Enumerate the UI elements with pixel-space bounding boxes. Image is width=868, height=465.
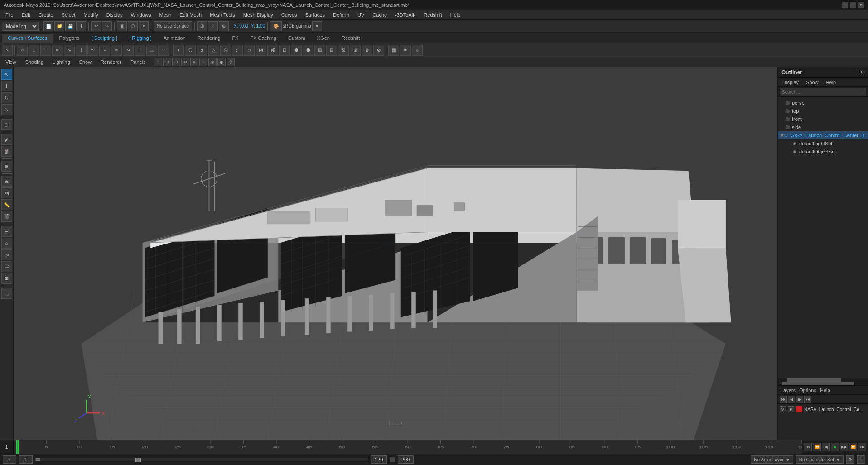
menu-windows[interactable]: Windows xyxy=(127,11,155,19)
play-forward2-btn[interactable]: ▶▶ xyxy=(840,443,848,451)
layer-color-swatch[interactable] xyxy=(796,406,802,412)
outliner-search-input[interactable] xyxy=(780,88,866,96)
cluster-btn[interactable]: ❋ xyxy=(1,273,12,284)
import-button[interactable]: ⬇ xyxy=(76,21,86,31)
play-back-btn[interactable]: ◀ xyxy=(822,443,830,451)
tab-sculpting[interactable]: [ Sculpting ] xyxy=(86,34,123,43)
menu-3dtoall[interactable]: -3DToAll- xyxy=(391,11,419,19)
go-start-btn[interactable]: ⏮ xyxy=(804,443,812,451)
menu-edit-mesh[interactable]: Edit Mesh xyxy=(176,11,205,19)
view-home-btn[interactable]: ⌂ xyxy=(154,58,162,66)
expand-icon[interactable]: ▼ xyxy=(780,133,784,138)
surface-8[interactable]: ⊟ xyxy=(326,45,337,56)
menu-curves[interactable]: Curves xyxy=(278,11,301,19)
color-space-selector[interactable]: 🎨 xyxy=(270,21,282,31)
play-forward-btn[interactable]: ▶ xyxy=(831,443,839,451)
menu-mesh-tools[interactable]: Mesh Tools xyxy=(206,11,238,19)
tab-custom[interactable]: Custom xyxy=(282,34,311,43)
view-light-btn[interactable]: ☼ xyxy=(199,58,207,66)
bars-tool[interactable]: ▦ xyxy=(388,45,399,56)
tab-fx[interactable]: FX xyxy=(226,34,244,43)
outliner-tab-display[interactable]: Display xyxy=(780,79,801,86)
outliner-tab-help[interactable]: Help xyxy=(823,79,839,86)
layer-playback-p[interactable]: P xyxy=(788,406,794,412)
layer-visibility-v[interactable]: V xyxy=(780,406,786,412)
menu-edit[interactable]: Edit xyxy=(18,11,34,19)
lasso-button[interactable]: ⬡ xyxy=(128,21,138,31)
tab-rendering[interactable]: Rendering xyxy=(192,34,227,43)
minimize-button[interactable]: ─ xyxy=(842,2,848,8)
curve-tool-4[interactable]: ⌁ xyxy=(99,45,110,56)
undo-button[interactable]: ↩ xyxy=(91,21,101,31)
tab-curves-surfaces[interactable]: Curves / Surfaces xyxy=(2,34,53,43)
grid-toggle-btn[interactable]: ⊟ xyxy=(1,226,12,237)
cylinder-tool[interactable]: ⌀ xyxy=(197,45,207,56)
select-tool-left[interactable]: ↖ xyxy=(1,69,12,80)
layers-tab-options[interactable]: Options xyxy=(799,388,816,393)
surface-12[interactable]: ⊘ xyxy=(373,45,384,56)
pivot-btn[interactable]: ◎ xyxy=(1,249,12,260)
go-end-btn[interactable]: ⏭ xyxy=(858,443,866,451)
curve-tool-7[interactable]: ⌐ xyxy=(135,45,145,56)
circle-tool[interactable]: ○ xyxy=(17,45,28,56)
snap-toggle-btn[interactable]: ⊞ xyxy=(1,176,12,187)
tab-xgen[interactable]: XGen xyxy=(311,34,336,43)
view-menu-lighting[interactable]: Lighting xyxy=(50,58,73,66)
select-tool[interactable]: ↖ xyxy=(2,45,13,56)
show-manip-btn[interactable]: ⊕ xyxy=(1,161,12,172)
snap-curve-button[interactable]: ⌇ xyxy=(208,21,218,31)
view-wire-btn[interactable]: ⊟ xyxy=(172,58,180,66)
frame-range-slider[interactable] xyxy=(35,458,368,461)
timeline-playhead[interactable] xyxy=(18,440,19,454)
range-slider-thumb[interactable] xyxy=(36,458,40,461)
range-start-input[interactable] xyxy=(19,455,33,464)
curve-tool-1[interactable]: ∿ xyxy=(64,45,75,56)
ik-handle-btn[interactable]: ⋈ xyxy=(1,187,12,198)
layer-nav-start[interactable]: ⏮ xyxy=(780,396,787,403)
range-current-thumb[interactable] xyxy=(135,458,141,462)
surface-10[interactable]: ⊕ xyxy=(350,45,361,56)
tab-rigging[interactable]: [ Rigging ] xyxy=(123,34,158,43)
no-live-surface-button[interactable]: No Live Surface xyxy=(154,21,192,31)
view-solid-btn[interactable]: ⊠ xyxy=(181,58,189,66)
measure-btn[interactable]: 📏 xyxy=(1,199,12,210)
curve-tool-2[interactable]: ⌇ xyxy=(76,45,87,56)
scrollbar-thumb[interactable] xyxy=(787,378,841,382)
view-menu-show[interactable]: Show xyxy=(77,58,95,66)
menu-help[interactable]: Help xyxy=(447,11,464,19)
view-grid-btn[interactable]: ⊞ xyxy=(163,58,171,66)
tree-item-nasa-building[interactable]: ▼ ⬡ NASA_Launch_Control_Center_B... xyxy=(778,131,868,139)
close-button[interactable]: ✕ xyxy=(858,2,864,8)
surface-1[interactable]: ⊃ xyxy=(244,45,255,56)
square-tool[interactable]: □ xyxy=(29,45,39,56)
outliner-tab-show[interactable]: Show xyxy=(803,79,821,86)
curve-tool-6[interactable]: ∾ xyxy=(123,45,134,56)
tree-item-default-light-set[interactable]: ◉ defaultLightSet xyxy=(778,139,868,148)
surface-6[interactable]: ⬣ xyxy=(303,45,313,56)
tab-fx-caching[interactable]: FX Caching xyxy=(244,34,282,43)
surface-2[interactable]: ⋈ xyxy=(256,45,266,56)
view-menu-panels[interactable]: Panels xyxy=(128,58,149,66)
view-menu-renderer[interactable]: Renderer xyxy=(98,58,124,66)
tree-item-default-object-set[interactable]: ◉ defaultObjectSet xyxy=(778,148,868,156)
tree-item-side[interactable]: 🎥 side xyxy=(778,123,868,131)
surface-3[interactable]: ⌘ xyxy=(267,45,278,56)
surface-4[interactable]: ⊡ xyxy=(279,45,290,56)
color-space-dropdown[interactable]: ▼ xyxy=(312,21,322,31)
surface-9[interactable]: ⊠ xyxy=(338,45,349,56)
mode-dropdown[interactable]: Modeling Rigging Animation FX Rendering xyxy=(2,22,39,31)
light-tool[interactable]: ☼ xyxy=(412,45,423,56)
menu-mesh[interactable]: Mesh xyxy=(155,11,175,19)
save-button[interactable]: 💾 xyxy=(65,21,75,31)
menu-deform[interactable]: Deform xyxy=(329,11,353,19)
view-menu-view[interactable]: View xyxy=(3,58,19,66)
layer-nav-prev[interactable]: ◀ xyxy=(788,396,795,403)
menu-mesh-display[interactable]: Mesh Display xyxy=(240,11,277,19)
new-file-button[interactable]: 📄 xyxy=(43,21,53,31)
layer-row-nasa[interactable]: V P NASA_Launch_Control_Ce... xyxy=(778,405,868,414)
redo-button[interactable]: ↪ xyxy=(102,21,112,31)
surface-11[interactable]: ⊗ xyxy=(362,45,372,56)
menu-cache[interactable]: Cache xyxy=(369,11,391,19)
menu-surfaces[interactable]: Surfaces xyxy=(302,11,328,19)
view-tex-btn[interactable]: ◈ xyxy=(190,58,198,66)
